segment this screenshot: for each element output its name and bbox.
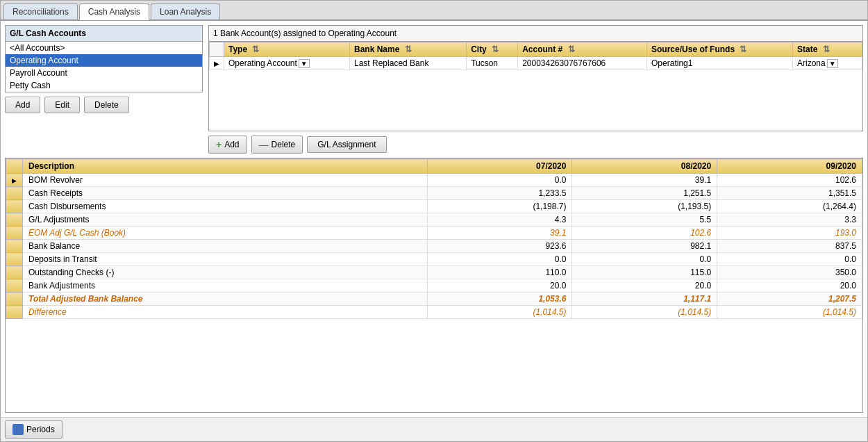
row-gradient-indicator <box>6 227 23 240</box>
delete-bank-button[interactable]: — Delete <box>251 136 303 154</box>
bank-accounts-header: 1 Bank Account(s) assigned to Operating … <box>209 26 862 42</box>
cell-description: Deposits in Transit <box>23 253 428 266</box>
cell-description: G/L Adjustments <box>23 213 428 227</box>
analysis-table-row[interactable]: Deposits in Transit0.00.00.0 <box>6 253 862 266</box>
cell-col1: (1,198.7) <box>427 200 572 213</box>
col-city[interactable]: City ⇅ <box>467 42 518 57</box>
analysis-table: Description 07/2020 08/2020 09/2020 ▶BOM… <box>6 158 862 319</box>
cell-col1: (1,014.5) <box>427 306 572 319</box>
cell-col1: 1,233.5 <box>427 187 572 200</box>
cell-col3: (1,264.4) <box>717 200 862 213</box>
cell-col1: 1,053.6 <box>427 293 572 306</box>
analysis-table-row[interactable]: Cash Receipts1,233.51,251.51,351.5 <box>6 187 862 200</box>
analysis-table-row[interactable]: Outstanding Checks (-)110.0115.0350.0 <box>6 266 862 279</box>
periods-icon <box>12 424 24 435</box>
bank-table-row[interactable]: ▶ Operating Account ▼ Last Replaced Bank <box>210 57 862 70</box>
delete-account-button[interactable]: Delete <box>84 97 129 113</box>
cell-col3: 837.5 <box>717 240 862 253</box>
analysis-table-row[interactable]: Total Adjusted Bank Balance1,053.61,117.… <box>6 293 862 306</box>
cell-col3: (1,014.5) <box>717 306 862 319</box>
row-gradient-indicator <box>6 279 23 293</box>
list-item-petty-cash[interactable]: Petty Cash <box>6 79 202 92</box>
analysis-table-row[interactable]: G/L Adjustments4.35.53.3 <box>6 213 862 227</box>
list-item-all-accounts[interactable]: <All Accounts> <box>6 42 202 54</box>
top-section: G/L Cash Accounts <All Accounts> Operati… <box>5 25 863 154</box>
cell-col3: 350.0 <box>717 266 862 279</box>
cell-col1: 923.6 <box>427 240 572 253</box>
row-gradient-indicator <box>6 266 23 279</box>
cell-col2: 102.6 <box>572 227 717 240</box>
state-dropdown-arrow[interactable]: ▼ <box>827 59 838 68</box>
analysis-table-row[interactable]: Cash Disbursements(1,198.7)(1,193.5)(1,2… <box>6 200 862 213</box>
tab-cash-analysis[interactable]: Cash Analysis <box>79 3 149 20</box>
add-account-button[interactable]: Add <box>5 97 40 113</box>
periods-button[interactable]: Periods <box>5 420 62 439</box>
cell-col1: 0.0 <box>427 253 572 266</box>
cell-col1: 4.3 <box>427 213 572 227</box>
cell-description: BOM Revolver <box>23 174 428 187</box>
col-07-2020: 07/2020 <box>427 159 572 174</box>
left-button-bar: Add Edit Delete <box>5 97 203 113</box>
source-funds-sort-icon: ⇅ <box>740 44 746 54</box>
col-state[interactable]: State ⇅ <box>792 42 862 57</box>
cell-col2: 0.0 <box>572 253 717 266</box>
tab-loan-analysis[interactable]: Loan Analysis <box>151 3 220 19</box>
cell-description: Cash Disbursements <box>23 200 428 213</box>
cell-col2: 5.5 <box>572 213 717 227</box>
cell-description: EOM Adj G/L Cash (Book) <box>23 227 428 240</box>
list-item-operating-account[interactable]: Operating Account <box>6 54 202 67</box>
col-type[interactable]: Type ⇅ <box>224 42 350 57</box>
analysis-table-row[interactable]: EOM Adj G/L Cash (Book)39.1102.6193.0 <box>6 227 862 240</box>
col-09-2020: 09/2020 <box>717 159 862 174</box>
cell-bank-name: Last Replaced Bank <box>350 57 467 70</box>
gl-assignment-button[interactable]: G/L Assignment <box>307 136 386 153</box>
cell-description: Total Adjusted Bank Balance <box>23 293 428 306</box>
analysis-section: Description 07/2020 08/2020 09/2020 ▶BOM… <box>5 158 863 413</box>
cell-col2: (1,014.5) <box>572 306 717 319</box>
analysis-table-row[interactable]: Bank Adjustments20.020.020.0 <box>6 279 862 293</box>
cell-col3: 3.3 <box>717 213 862 227</box>
gl-accounts-list: <All Accounts> Operating Account Payroll… <box>6 42 202 92</box>
edit-account-button[interactable]: Edit <box>44 97 80 113</box>
row-gradient-indicator <box>6 200 23 213</box>
bank-table: Type ⇅ Bank Name ⇅ City <box>209 42 862 131</box>
analysis-table-row[interactable]: Bank Balance923.6982.1837.5 <box>6 240 862 253</box>
tab-bar: Reconciliations Cash Analysis Loan Analy… <box>1 1 867 21</box>
cell-col3: 193.0 <box>717 227 862 240</box>
analysis-table-row[interactable]: Difference(1,014.5)(1,014.5)(1,014.5) <box>6 306 862 319</box>
col-description: Description <box>23 159 428 174</box>
cell-col2: (1,193.5) <box>572 200 717 213</box>
dash-icon: — <box>259 139 269 150</box>
list-item-payroll-account[interactable]: Payroll Account <box>6 67 202 79</box>
cell-col2: 1,117.1 <box>572 293 717 306</box>
row-gradient-indicator: ▶ <box>6 174 23 187</box>
bank-name-sort-icon: ⇅ <box>405 44 412 54</box>
plus-icon: + <box>216 139 222 150</box>
left-split: G/L Cash Accounts <All Accounts> Operati… <box>5 25 203 154</box>
type-dropdown-arrow[interactable]: ▼ <box>299 59 310 68</box>
cell-col2: 1,251.5 <box>572 187 717 200</box>
analysis-table-row[interactable]: ▶BOM Revolver0.039.1102.6 <box>6 174 862 187</box>
cell-col1: 20.0 <box>427 279 572 293</box>
cell-account-num: 200034263076767606 <box>518 57 647 70</box>
cell-col1: 0.0 <box>427 174 572 187</box>
tab-reconciliations[interactable]: Reconciliations <box>3 3 78 19</box>
row-gradient-indicator <box>6 240 23 253</box>
cell-col2: 20.0 <box>572 279 717 293</box>
cell-city: Tucson <box>467 57 518 70</box>
bank-accounts-panel: 1 Bank Account(s) assigned to Operating … <box>208 25 863 131</box>
cell-col3: 0.0 <box>717 253 862 266</box>
state-sort-icon: ⇅ <box>823 44 830 54</box>
col-account-num[interactable]: Account # ⇅ <box>518 42 647 57</box>
cell-description: Outstanding Checks (-) <box>23 266 428 279</box>
add-bank-button[interactable]: + Add <box>208 136 247 154</box>
col-bank-name[interactable]: Bank Name ⇅ <box>350 42 467 57</box>
cell-description: Difference <box>23 306 428 319</box>
col-source-funds[interactable]: Source/Use of Funds ⇅ <box>647 42 793 57</box>
gl-cash-accounts-panel: G/L Cash Accounts <All Accounts> Operati… <box>5 25 203 92</box>
cell-col2: 115.0 <box>572 266 717 279</box>
main-window: Reconciliations Cash Analysis Loan Analy… <box>0 0 868 442</box>
cell-col3: 102.6 <box>717 174 862 187</box>
row-gradient-indicator <box>6 253 23 266</box>
cell-description: Bank Adjustments <box>23 279 428 293</box>
